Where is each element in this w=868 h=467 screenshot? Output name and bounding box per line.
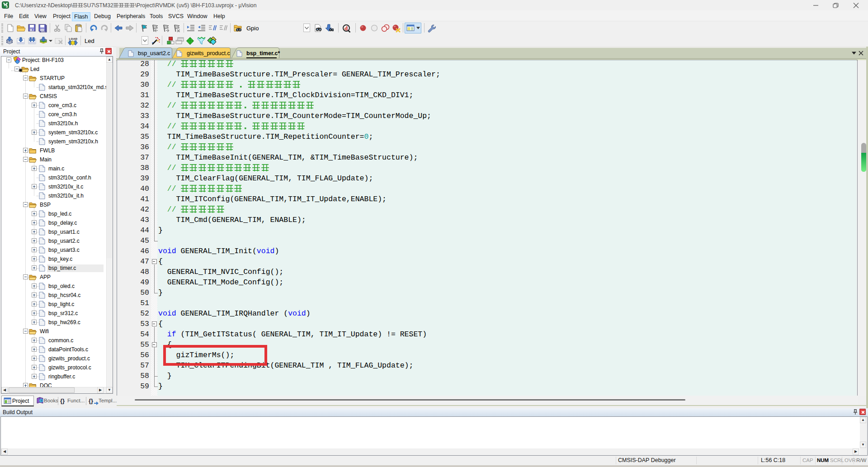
svg-text:5: 5	[6, 5, 8, 8]
svg-text:?: ?	[40, 399, 42, 403]
svg-text:LOAD: LOAD	[69, 37, 78, 40]
svg-text:d: d	[344, 25, 348, 32]
